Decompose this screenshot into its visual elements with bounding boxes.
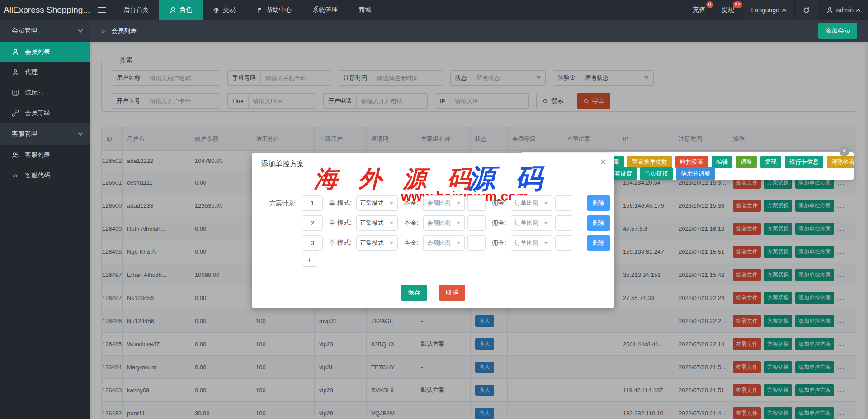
popover-action-重置抢单次数[interactable]: 重置抢单次数 (627, 156, 672, 168)
plan-count-input[interactable] (302, 195, 323, 211)
withdraw-button[interactable]: 提现 22 (714, 0, 743, 20)
mode-select[interactable]: 正常模式 (356, 235, 398, 251)
popover-action-编辑[interactable]: 编辑 (712, 156, 732, 168)
top-nav-right: 充值 0 提现 22 Language admin (685, 0, 868, 20)
principal-value-input[interactable] (467, 195, 486, 211)
sidebar-item-会员列表[interactable]: 会员列表 (0, 42, 90, 62)
chevron-down-icon (544, 242, 548, 244)
select-value: 余额比例 (427, 239, 451, 247)
hamburger-menu-icon[interactable] (90, 0, 113, 20)
admin-menu[interactable]: admin (818, 0, 868, 20)
chevron-down-icon (544, 202, 548, 205)
principal-value-input[interactable] (467, 215, 486, 231)
sidebar-item-客服代码[interactable]: </>客服代码 (0, 165, 90, 186)
plan-count-input[interactable] (302, 235, 323, 251)
principal-value-input[interactable] (467, 235, 486, 251)
popover-action-调整[interactable]: 调整 (736, 156, 757, 168)
popover-close-button[interactable]: × (839, 146, 849, 156)
commission-value-input[interactable] (555, 195, 573, 211)
recharge-button[interactable]: 充值 0 (685, 0, 714, 20)
top-nav-items: 后台首页角色交易帮助中心系统管理商城 (113, 0, 382, 20)
modal-title: 添加单控方案 (261, 159, 304, 169)
recharge-badge: 0 (706, 1, 713, 8)
sidebar-group-label: 客服管理 (12, 130, 37, 138)
principal-select[interactable]: 余额比例 (423, 195, 465, 211)
commission-select[interactable]: 订单比例 (511, 215, 552, 231)
add-plan-row-button[interactable]: + (302, 254, 317, 267)
popover-action-银行卡信息[interactable]: 银行卡信息 (785, 156, 823, 168)
nav-item-交易[interactable]: 交易 (203, 0, 246, 20)
refresh-icon (803, 7, 810, 14)
popover-action-信用分调整[interactable]: 信用分调整 (676, 167, 715, 180)
select-value: 订单比例 (515, 219, 538, 227)
commission-label: 佣金: (492, 199, 506, 207)
unit-mode-label: 单 模式: (329, 219, 352, 227)
delete-plan-row-button[interactable]: 删除 (587, 235, 610, 251)
mode-select[interactable]: 正常模式 (356, 195, 398, 211)
watermark-text-red: 海 外 源 码 (314, 163, 477, 195)
breadcrumb: » 会员列表 (101, 27, 137, 35)
select-value: 正常模式 (360, 219, 384, 227)
select-value: 余额比例 (427, 219, 451, 227)
sidebar-item-label: 会员等级 (25, 109, 50, 117)
sidebar-item-会员等级[interactable]: 会员等级 (0, 103, 90, 123)
admin-label: admin (836, 6, 854, 14)
commission-value-input[interactable] (555, 215, 573, 231)
delete-plan-row-button[interactable]: 删除 (587, 195, 610, 211)
app-logo: AliExpress Shopping... (0, 0, 90, 20)
chevron-down-icon (389, 202, 394, 205)
chevron-down-icon (456, 242, 461, 244)
chevron-down-icon (78, 27, 83, 32)
popover-action-清除签署信息[interactable]: 清除签署信息 (827, 156, 854, 168)
add-member-button[interactable]: 添加会员 (818, 23, 857, 39)
delete-plan-row-button[interactable]: 删除 (587, 215, 610, 231)
caret-up-icon (782, 9, 786, 13)
sidebar-group-客服管理[interactable]: 客服管理 (0, 123, 90, 145)
nav-item-商城[interactable]: 商城 (348, 0, 382, 20)
nav-item-label: 商城 (359, 6, 371, 14)
nav-item-后台首页[interactable]: 后台首页 (113, 0, 159, 20)
refresh-button[interactable] (794, 0, 818, 20)
popover-action-暗扣设置[interactable]: 暗扣设置 (675, 156, 708, 168)
withdraw-label: 提现 (722, 6, 735, 14)
plan-schedule-label: 方案计划: (269, 200, 297, 208)
commission-select[interactable]: 订单比例 (511, 235, 552, 251)
commission-label: 佣金: (492, 219, 506, 227)
sidebar-item-label: 试玩号 (25, 89, 44, 97)
person-icon (826, 7, 833, 14)
cancel-button[interactable]: 取消 (439, 285, 465, 301)
principal-select[interactable]: 余额比例 (423, 215, 465, 231)
sidebar-group-会员管理[interactable]: 会员管理 (0, 20, 90, 42)
flag-icon (256, 7, 263, 14)
top-nav: AliExpress Shopping... 后台首页角色交易帮助中心系统管理商… (0, 0, 868, 20)
select-value: 余额比例 (427, 199, 451, 207)
nav-item-角色[interactable]: 角色 (159, 0, 203, 20)
people-icon (12, 152, 19, 159)
nav-item-系统管理[interactable]: 系统管理 (302, 0, 348, 20)
commission-value-input[interactable] (555, 235, 573, 251)
scales-icon (213, 7, 220, 14)
commission-label: 佣金: (492, 239, 506, 247)
chevron-down-icon (544, 222, 548, 224)
nav-item-label: 角色 (179, 6, 192, 14)
sidebar-item-试玩号[interactable]: 试玩号 (0, 82, 90, 103)
modal-footer-divider (261, 277, 605, 277)
nav-item-帮助中心[interactable]: 帮助中心 (246, 0, 302, 20)
commission-select[interactable]: 订单比例 (511, 195, 552, 211)
language-menu[interactable]: Language (743, 0, 794, 20)
chevron-down-icon (456, 222, 461, 224)
popover-action-首页链接[interactable]: 首页链接 (640, 167, 673, 180)
withdraw-badge: 22 (733, 1, 742, 8)
person-icon (12, 69, 19, 76)
popover-action-提现[interactable]: 提现 (760, 156, 781, 168)
popover-actions-row-2: 奖设置首页链接信用分调整 (610, 167, 715, 180)
sidebar-item-客服列表[interactable]: 客服列表 (0, 145, 90, 165)
popover-actions-row-1: 方案重置抢单次数暗扣设置编辑调整提现银行卡信息清除签署信息 (603, 156, 854, 168)
principal-select[interactable]: 余额比例 (423, 235, 465, 251)
modal-close-icon[interactable]: × (600, 156, 606, 168)
sidebar-item-label: 客服列表 (25, 151, 50, 159)
plan-count-input[interactable] (302, 215, 323, 231)
save-button[interactable]: 保存 (401, 285, 427, 301)
sidebar-item-代理[interactable]: 代理 (0, 62, 90, 82)
mode-select[interactable]: 正常模式 (356, 215, 398, 231)
